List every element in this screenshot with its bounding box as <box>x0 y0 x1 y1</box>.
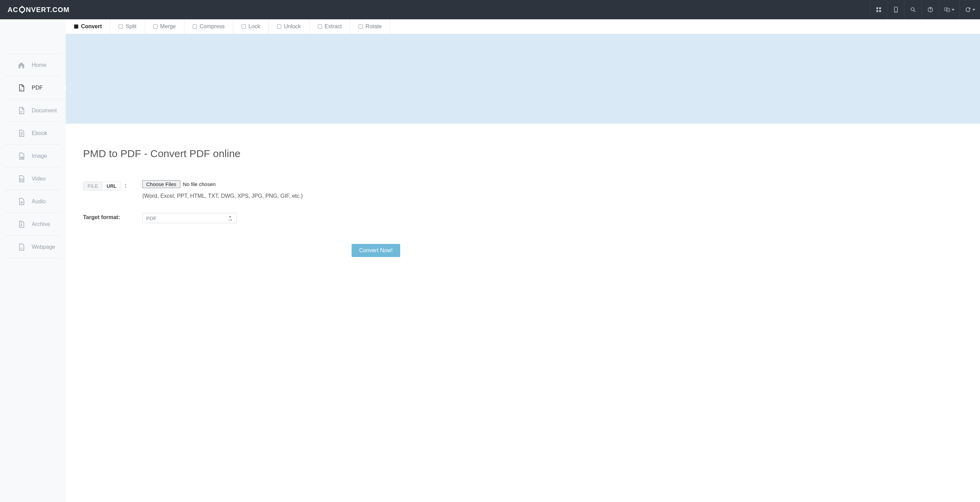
tab-convert[interactable]: Convert <box>66 19 110 34</box>
archive-icon <box>17 221 25 228</box>
square-outline-icon <box>277 24 281 29</box>
svg-point-5 <box>896 11 896 12</box>
chevron-down-icon <box>972 9 975 11</box>
tab-rotate[interactable]: Rotate <box>350 19 390 34</box>
convert-button[interactable]: Convert Now! <box>352 244 400 257</box>
tab-extract[interactable]: Extract <box>310 19 350 34</box>
tab-label: Convert <box>81 24 102 30</box>
tab-label: Unlock <box>284 24 301 30</box>
sidebar-item-pdf[interactable]: 人PDF <box>5 76 61 99</box>
no-file-text: No file chosen <box>183 181 216 187</box>
sidebar-item-label: Home <box>32 62 46 68</box>
video-icon <box>17 175 25 183</box>
svg-text:A: A <box>947 9 949 11</box>
tab-label: Split <box>126 24 136 30</box>
main: ConvertSplitMergeCompressLockUnlockExtra… <box>66 19 980 502</box>
svg-point-21 <box>21 179 21 180</box>
svg-point-19 <box>20 156 21 156</box>
svg-point-9 <box>930 11 931 11</box>
svg-text:文: 文 <box>945 8 947 10</box>
svg-rect-0 <box>876 7 878 9</box>
tab-compress[interactable]: Compress <box>185 19 233 34</box>
sidebar-item-video[interactable]: Video <box>5 167 61 190</box>
webpage-icon: </> <box>17 243 25 251</box>
language-icon[interactable]: 文A <box>939 0 959 19</box>
logo-text-suffix: NVERT.COM <box>26 6 70 14</box>
sidebar-item-home[interactable]: Home <box>5 54 61 76</box>
search-icon[interactable] <box>904 0 921 19</box>
page-title: PMD to PDF - Convert PDF online <box>83 148 449 159</box>
target-row: Target format: PDF <box>83 213 449 223</box>
sidebar-item-archive[interactable]: Archive <box>5 213 61 236</box>
grid-icon[interactable] <box>870 0 887 19</box>
content: PMD to PDF - Convert PDF online FILE URL… <box>66 124 466 271</box>
source-row: FILE URL : Choose Files No file chosen (… <box>83 180 449 199</box>
tab-label: Merge <box>160 24 176 30</box>
square-filled-icon <box>74 24 78 29</box>
square-outline-icon <box>119 24 123 29</box>
tab-label: Rotate <box>365 24 382 30</box>
home-icon <box>17 61 25 69</box>
help-icon[interactable] <box>921 0 939 19</box>
ad-region <box>66 34 980 124</box>
sidebar-item-document[interactable]: WDocument <box>5 99 61 122</box>
svg-rect-23 <box>21 225 22 226</box>
svg-point-6 <box>911 8 914 11</box>
svg-text:W: W <box>20 110 22 113</box>
sidebar-item-label: Document <box>32 108 57 114</box>
source-colon: : <box>125 183 127 189</box>
sidebar-item-label: Ebook <box>32 130 47 137</box>
tab-label: Lock <box>248 24 260 30</box>
chevron-down-icon <box>952 9 955 11</box>
topbar: AC NVERT.COM 文A <box>0 0 980 19</box>
square-outline-icon <box>193 24 197 29</box>
square-outline-icon <box>318 24 322 29</box>
tab-unlock[interactable]: Unlock <box>269 19 310 34</box>
svg-rect-2 <box>876 10 878 12</box>
ebook-icon <box>17 130 25 137</box>
sidebar-item-label: PDF <box>32 85 43 91</box>
svg-text:</>: </> <box>20 247 24 249</box>
sidebar-item-ebook[interactable]: Ebook <box>5 122 61 145</box>
square-outline-icon <box>358 24 363 29</box>
tab-label: Extract <box>325 24 342 30</box>
logo[interactable]: AC NVERT.COM <box>8 6 70 14</box>
svg-rect-3 <box>879 10 881 12</box>
active-arrow-icon <box>62 84 66 91</box>
tabbar: ConvertSplitMergeCompressLockUnlockExtra… <box>66 19 980 34</box>
mobile-icon[interactable] <box>887 0 904 19</box>
topbar-right: 文A <box>870 0 980 19</box>
choose-files-button[interactable]: Choose Files <box>142 180 180 188</box>
tab-label: Compress <box>200 24 225 30</box>
logo-ring-icon <box>19 6 25 13</box>
sidebar-item-label: Video <box>32 176 46 182</box>
doc-icon: W <box>17 107 25 114</box>
tab-split[interactable]: Split <box>110 19 145 34</box>
source-file-seg[interactable]: FILE <box>83 182 102 190</box>
sidebar-item-label: Archive <box>32 221 50 227</box>
tab-merge[interactable]: Merge <box>145 19 185 34</box>
sidebar-item-image[interactable]: Image <box>5 145 61 167</box>
refresh-icon[interactable] <box>959 0 980 19</box>
source-toggle: FILE URL <box>83 181 121 191</box>
svg-text:人: 人 <box>20 87 22 90</box>
image-icon <box>17 152 25 160</box>
sidebar-item-label: Webpage <box>32 244 55 250</box>
sidebar-item-audio[interactable]: Audio <box>5 190 61 213</box>
audio-icon <box>17 198 25 205</box>
target-format-label: Target format: <box>83 214 120 220</box>
logo-text-prefix: AC <box>8 6 18 14</box>
source-url-seg[interactable]: URL <box>102 182 121 190</box>
tab-lock[interactable]: Lock <box>233 19 269 34</box>
svg-line-7 <box>914 10 916 12</box>
sidebar: Home人PDFWDocumentEbookImageVideoAudioArc… <box>0 19 66 502</box>
square-outline-icon <box>153 24 158 29</box>
pdf-icon: 人 <box>17 84 25 92</box>
source-hint: (Word, Excel, PPT, HTML, TXT, DWG, XPS, … <box>142 193 303 199</box>
square-outline-icon <box>242 24 246 29</box>
sidebar-item-label: Image <box>32 153 47 159</box>
sidebar-item-label: Audio <box>32 199 46 205</box>
svg-rect-1 <box>879 7 881 9</box>
target-format-select[interactable]: PDF <box>142 213 237 223</box>
sidebar-item-webpage[interactable]: </>Webpage <box>5 236 61 258</box>
